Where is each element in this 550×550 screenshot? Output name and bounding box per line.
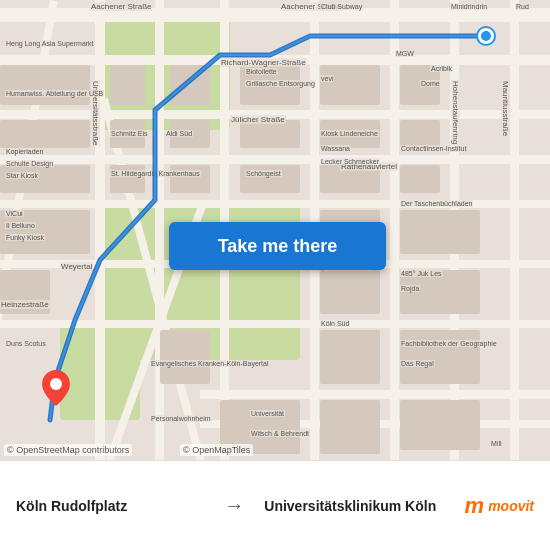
building-block: [400, 120, 440, 148]
rud-label: Rud: [515, 3, 530, 10]
building-block: [0, 165, 90, 193]
485juk-label: 485° Juk Les: [400, 270, 443, 277]
mgw-label: MGW: [395, 50, 415, 57]
origin-station: Köln Rudolfplatz: [16, 498, 204, 514]
bottom-bar: Köln Rudolfplatz → Universitätsklinikum …: [0, 460, 550, 550]
direction-arrow-container: →: [216, 494, 252, 517]
street-v2: [155, 0, 164, 460]
street-v5: [390, 0, 399, 460]
mauritiusstr-label: Mauritiusstraße: [501, 80, 510, 137]
building-block: [400, 400, 480, 450]
kiosk-linde-label: Kiosk Lindeneiche: [320, 130, 379, 137]
building-block: [160, 330, 210, 384]
aachener-strasse-label: Aachener Straße: [90, 2, 152, 11]
street-h1: [0, 8, 550, 22]
evang-label: Evangelisches Kranken-Köln-Bayertal: [150, 360, 270, 367]
lecker-label: Lecker Schmecker: [320, 158, 380, 165]
contactlinsen-label: Contactlinsen-Institut: [400, 145, 467, 152]
personal-label: Personalwohnheim: [150, 415, 212, 422]
copyright-openstreetmap: © OpenStreetMap contributors: [4, 444, 132, 456]
universitaet-label: Universität: [250, 410, 285, 417]
building-block: [0, 120, 90, 148]
building-block: [320, 65, 380, 105]
acriblk-label: Acriblk: [430, 65, 453, 72]
hohenstauffenring-label: Hohenstaufenring: [451, 80, 460, 145]
humanwiss-label: Humanwiss. Abteilung der USB: [5, 90, 104, 97]
building-block: [170, 65, 210, 105]
destination-marker: [42, 370, 70, 410]
start-location-marker: [478, 28, 494, 44]
fachbibliothek-label: Fachbibliothek der Geographie: [400, 340, 498, 347]
building-block: [400, 210, 480, 254]
funky-kiosk-label: Funky Kiosk: [5, 234, 45, 241]
heinze-label: Heinzestraße: [0, 300, 50, 309]
star-kiosk-label: Star Kiosk: [5, 172, 39, 179]
map-container: Aachener Straße Aachener Straße Richard-…: [0, 0, 550, 460]
building-block: [400, 330, 480, 384]
destination-station-name: Universitätsklinikum Köln: [264, 498, 452, 514]
street-v7: [510, 0, 519, 460]
building-block: [320, 330, 380, 384]
schmitz-label: Schmitz Eis: [110, 130, 149, 137]
schulte-label: Schulte Design: [5, 160, 54, 167]
street-h4: [0, 155, 550, 164]
kopierladen-label: Kopierladen: [5, 148, 44, 155]
aldi-label: Aldi Süd: [165, 130, 193, 137]
mill-label: Mill: [490, 440, 503, 447]
witsch-label: Witsch & Behrendt: [250, 430, 310, 437]
vicui-label: ViCui: [5, 210, 24, 217]
minidrindrin-label: Minidrindrin: [450, 3, 488, 10]
vevi-label: vevi: [320, 75, 334, 82]
building-block: [110, 65, 145, 105]
juelicher-label: Jülicher Straße: [230, 115, 286, 124]
moovit-m-letter: m: [465, 493, 485, 519]
duns-label: Duns Scotus: [5, 340, 47, 347]
building-block: [240, 120, 300, 148]
dome-label: Dome: [420, 80, 441, 87]
heng-long-label: Heng Long Asia Supermarkt: [5, 40, 95, 47]
take-me-there-button[interactable]: Take me there: [169, 222, 386, 270]
street-h7: [0, 320, 550, 328]
street-h8: [200, 390, 550, 399]
destination-station: Universitätsklinikum Köln: [264, 498, 452, 514]
building-block: [0, 65, 90, 105]
biotoilette-label: Biotoilette: [245, 68, 278, 75]
das-regal-label: Das Regal: [400, 360, 435, 367]
taschen-label: Der Taschenbüchladen: [400, 200, 473, 207]
wassana-label: Wassana: [320, 145, 351, 152]
building-block: [320, 270, 380, 314]
building-block: [400, 165, 440, 193]
schoengeist-label: Schöngeist: [245, 170, 282, 177]
rojda-label: Rojda: [400, 285, 420, 292]
il-belluno-label: Il Belluno: [5, 222, 36, 229]
club-subway-label: Club Subway: [320, 3, 363, 10]
moovit-text: moovit: [488, 498, 534, 514]
richard-wagner-label: Richard-Wagner-Straße: [220, 58, 307, 67]
origin-station-name: Köln Rudolfplatz: [16, 498, 204, 514]
svg-point-0: [50, 378, 62, 390]
moovit-logo: m moovit: [465, 493, 534, 519]
weyertal-label: Weyertal: [60, 262, 93, 271]
street-v1: [95, 0, 105, 460]
direction-arrow-icon: →: [224, 494, 244, 517]
building-block: [320, 400, 380, 454]
copyright-openmaptiles: © OpenMapTiles: [180, 444, 253, 456]
st-hildegardis-label: St. Hildegardis Krankenhaus: [110, 170, 201, 177]
grillsche-label: Grillasche Entsorgung: [245, 80, 316, 87]
koeln-sued-label: Köln Süd: [320, 320, 350, 327]
